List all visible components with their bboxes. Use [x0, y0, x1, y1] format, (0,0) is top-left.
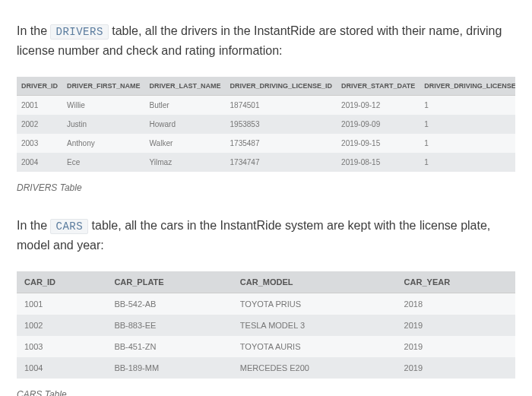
- cell: 1735487: [226, 134, 337, 153]
- cars-description: In the CARS table, all the cars in the I…: [17, 216, 515, 255]
- drivers-description: In the DRIVERS table, all the drivers in…: [17, 21, 515, 60]
- cell: 1874501: [226, 96, 337, 116]
- col-header: CAR_YEAR: [397, 271, 515, 293]
- cell: BB-542-AB: [106, 293, 232, 315]
- cell: Willie: [62, 96, 145, 116]
- cell: Justin: [62, 115, 145, 134]
- table-row: 1002BB-883-EETESLA MODEL 32019: [17, 315, 515, 336]
- text: In the: [17, 24, 50, 37]
- cell: BB-451-ZN: [106, 336, 232, 357]
- col-header: CAR_PLATE: [106, 271, 232, 293]
- drivers-header-row: DRIVER_ID DRIVER_FIRST_NAME DRIVER_LAST_…: [17, 77, 515, 96]
- cell: Butler: [145, 96, 226, 116]
- cell: MERCEDES E200: [233, 357, 397, 379]
- cell: 2001: [17, 96, 62, 116]
- cell: 2019-09-09: [337, 115, 420, 134]
- col-header: CAR_ID: [17, 271, 106, 293]
- cell: 2003: [17, 134, 62, 153]
- cell: 2019: [397, 315, 515, 336]
- cell: Howard: [145, 115, 226, 134]
- cell: 1953853: [226, 115, 337, 134]
- drivers-table-caption: DRIVERS Table: [17, 182, 515, 193]
- cars-table: CAR_ID CAR_PLATE CAR_MODEL CAR_YEAR 1001…: [17, 271, 515, 379]
- cell: 2019-09-12: [337, 96, 420, 116]
- col-header: DRIVER_START_DATE: [337, 77, 420, 96]
- cell: BB-883-EE: [106, 315, 232, 336]
- cell: 1: [420, 115, 515, 134]
- col-header: DRIVER_DRIVING_LICENSE_ID: [226, 77, 337, 96]
- cell: 1002: [17, 315, 106, 336]
- col-header: DRIVER_DRIVING_LICENSE_CHECKED: [420, 77, 515, 96]
- cell: BB-189-MM: [106, 357, 232, 379]
- drivers-table: DRIVER_ID DRIVER_FIRST_NAME DRIVER_LAST_…: [17, 77, 515, 172]
- text: table, all the cars in the InstantRide s…: [17, 219, 490, 252]
- cars-code-tag: CARS: [50, 219, 88, 234]
- cell: 1003: [17, 336, 106, 357]
- table-row: 2001WillieButler18745012019-09-1214.4: [17, 96, 515, 116]
- col-header: CAR_MODEL: [233, 271, 397, 293]
- table-row: 1003BB-451-ZNTOYOTA AURIS2019: [17, 336, 515, 357]
- table-row: 2002JustinHoward19538532019-09-0914.8: [17, 115, 515, 134]
- cell: Anthony: [62, 134, 145, 153]
- cell: TESLA MODEL 3: [233, 315, 397, 336]
- cell: 1: [420, 134, 515, 153]
- cell: TOYOTA PRIUS: [233, 293, 397, 315]
- cell: 1: [420, 96, 515, 116]
- cars-body: 1001BB-542-ABTOYOTA PRIUS20181002BB-883-…: [17, 293, 515, 379]
- cell: 2018: [397, 293, 515, 315]
- cars-table-caption: CARS Table: [17, 389, 515, 396]
- cell: 1004: [17, 357, 106, 379]
- cell: Ece: [62, 153, 145, 172]
- cell: 2019-09-15: [337, 134, 420, 153]
- cell: 1: [420, 153, 515, 172]
- cell: 1001: [17, 293, 106, 315]
- drivers-table-wrap: DRIVER_ID DRIVER_FIRST_NAME DRIVER_LAST_…: [17, 77, 515, 172]
- cell: 2019: [397, 336, 515, 357]
- table-row: 2004EceYilmaz17347472019-08-1510: [17, 153, 515, 172]
- cell: Walker: [145, 134, 226, 153]
- drivers-body: 2001WillieButler18745012019-09-1214.4200…: [17, 96, 515, 173]
- text: In the: [17, 219, 50, 232]
- cell: TOYOTA AURIS: [233, 336, 397, 357]
- cell: 2019-08-15: [337, 153, 420, 172]
- col-header: DRIVER_FIRST_NAME: [62, 77, 145, 96]
- drivers-code-tag: DRIVERS: [50, 24, 108, 40]
- table-row: 2003AnthonyWalker17354872019-09-1513.5: [17, 134, 515, 153]
- cell: 2002: [17, 115, 62, 134]
- cell: 2019: [397, 357, 515, 379]
- cars-header-row: CAR_ID CAR_PLATE CAR_MODEL CAR_YEAR: [17, 271, 515, 293]
- table-row: 1004BB-189-MMMERCEDES E2002019: [17, 357, 515, 379]
- col-header: DRIVER_ID: [17, 77, 62, 96]
- col-header: DRIVER_LAST_NAME: [145, 77, 226, 96]
- cell: 1734747: [226, 153, 337, 172]
- cell: Yilmaz: [145, 153, 226, 172]
- cell: 2004: [17, 153, 62, 172]
- table-row: 1001BB-542-ABTOYOTA PRIUS2018: [17, 293, 515, 315]
- cars-table-wrap: CAR_ID CAR_PLATE CAR_MODEL CAR_YEAR 1001…: [17, 271, 515, 379]
